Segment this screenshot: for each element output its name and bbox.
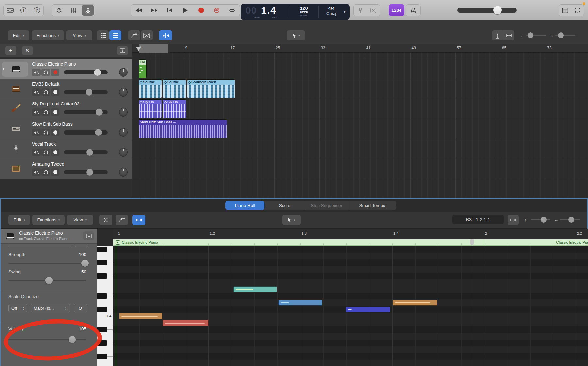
- midi-note[interactable]: [233, 286, 277, 292]
- track-row[interactable]: EVB3 Default: [0, 79, 132, 99]
- master-solo-button[interactable]: S: [22, 46, 33, 55]
- track-volume-knob[interactable]: [94, 69, 101, 76]
- h-zoom-knob[interactable]: [558, 32, 564, 38]
- track-volume-knob[interactable]: [95, 129, 102, 136]
- pr-v-zoom-knob[interactable]: [541, 217, 547, 223]
- piano-roll-ruler[interactable]: 11.21.31.422.2: [113, 229, 588, 239]
- black-key[interactable]: [97, 293, 107, 299]
- smart-controls-button[interactable]: [53, 5, 65, 16]
- inspector-local-button[interactable]: [83, 231, 94, 240]
- pr-h-zoom-slider[interactable]: [560, 219, 580, 220]
- vertical-auto-zoom-button[interactable]: [492, 30, 503, 40]
- no-input-button[interactable]: [367, 5, 380, 16]
- pr-v-zoom-slider[interactable]: [531, 219, 550, 220]
- note-pad-button[interactable]: [559, 5, 571, 16]
- midi-note[interactable]: [119, 313, 162, 319]
- timeline-playhead[interactable]: [139, 53, 139, 199]
- count-in-button[interactable]: 1234: [389, 4, 404, 16]
- track-volume-knob[interactable]: [86, 89, 92, 96]
- list-view-button[interactable]: [109, 30, 121, 40]
- mixer-button[interactable]: [67, 5, 80, 16]
- mute-button[interactable]: [32, 129, 41, 136]
- region[interactable]: ◇Southe: [139, 79, 162, 98]
- midi-note[interactable]: [163, 320, 209, 326]
- horizontal-auto-zoom-button[interactable]: [503, 30, 514, 40]
- media-browser-button[interactable]: [4, 5, 16, 16]
- velocity-slider[interactable]: [8, 339, 86, 340]
- pan-knob[interactable]: [119, 108, 128, 117]
- info-button[interactable]: i: [17, 5, 30, 16]
- black-key[interactable]: [97, 273, 107, 279]
- playhead-handle[interactable]: [136, 47, 141, 52]
- pan-knob[interactable]: [119, 148, 128, 157]
- pan-knob[interactable]: [119, 168, 128, 177]
- track-volume-slider[interactable]: [64, 90, 108, 94]
- collapse-mode-button[interactable]: [99, 215, 112, 225]
- tracks-functions-menu[interactable]: Functions▾: [32, 30, 64, 40]
- track-header-option-button[interactable]: [117, 46, 128, 55]
- mute-button[interactable]: [32, 149, 41, 156]
- velocity-knob[interactable]: [69, 336, 76, 343]
- tracks-h-zoom-slider[interactable]: [555, 35, 575, 36]
- master-volume-slider[interactable]: [457, 8, 517, 13]
- record-enable-button[interactable]: [51, 108, 59, 116]
- mute-button[interactable]: [32, 69, 41, 76]
- strength-slider[interactable]: [8, 263, 86, 264]
- track-volume-knob[interactable]: [96, 109, 103, 116]
- midi-note[interactable]: [346, 307, 390, 312]
- track-row[interactable]: ›Classic Electric Piano: [0, 59, 132, 79]
- pr-functions-menu[interactable]: Functions▾: [32, 215, 65, 225]
- region-play-icon[interactable]: ▶: [116, 240, 120, 245]
- track-row[interactable]: Sly Dog Lead Guitar 02: [0, 99, 132, 119]
- go-to-beginning-button[interactable]: [164, 5, 176, 16]
- solo-button[interactable]: [41, 88, 50, 96]
- track-row[interactable]: Slow Drift Sub Bass: [0, 119, 132, 139]
- black-key[interactable]: [97, 354, 107, 359]
- editor-tab-smart-tempo[interactable]: Smart Tempo: [348, 201, 396, 210]
- add-track-button[interactable]: +: [5, 46, 16, 55]
- scale-name-dropdown[interactable]: Major (lo...▲▼: [31, 304, 70, 312]
- tuner-button[interactable]: [354, 5, 367, 16]
- fast-forward-button[interactable]: [148, 5, 160, 16]
- v-zoom-knob[interactable]: [528, 32, 533, 38]
- tracks-edit-menu[interactable]: Edit▾: [8, 30, 29, 40]
- swing-knob[interactable]: [45, 277, 53, 284]
- track-volume-knob[interactable]: [86, 149, 93, 156]
- track-row[interactable]: Vocal Track: [0, 139, 132, 159]
- lcd-chevron-icon[interactable]: ▾: [344, 4, 350, 20]
- swing-slider[interactable]: [8, 280, 86, 281]
- track-volume-slider[interactable]: [64, 150, 108, 154]
- region[interactable]: Slow Drift Sub Bass ∞: [139, 119, 227, 138]
- tracks-v-zoom-slider[interactable]: [526, 35, 546, 36]
- region[interactable]: ◇Sly Do: [163, 99, 186, 118]
- black-key[interactable]: [97, 327, 107, 332]
- pan-knob[interactable]: [119, 68, 128, 77]
- pr-h-auto-zoom-button[interactable]: [508, 215, 519, 225]
- editors-button[interactable]: [82, 5, 94, 16]
- lcd-display[interactable]: 00 1.4 BAR BEAT 120 KEEP TEMPO 4/4 Cmaj …: [241, 4, 350, 20]
- midi-note[interactable]: [393, 300, 437, 306]
- flex-crossfade-button[interactable]: [141, 30, 153, 40]
- catch-playhead-button[interactable]: [159, 30, 172, 40]
- solo-button[interactable]: [41, 69, 50, 76]
- play-button[interactable]: [179, 5, 191, 16]
- tracks-view-menu[interactable]: View▾: [66, 30, 92, 40]
- region-header-strip[interactable]: ▶ Classic Electric Piano Classic Electri…: [113, 239, 588, 246]
- master-volume-knob[interactable]: [493, 6, 502, 14]
- black-key[interactable]: [97, 307, 107, 312]
- black-key[interactable]: [97, 247, 107, 252]
- track-volume-knob[interactable]: [86, 169, 93, 176]
- solo-button[interactable]: [41, 168, 50, 176]
- record-enable-button[interactable]: [51, 69, 59, 76]
- solo-button[interactable]: [41, 108, 50, 116]
- black-key[interactable]: [97, 260, 107, 265]
- midi-note[interactable]: [278, 300, 322, 306]
- editor-tab-piano-roll[interactable]: Piano Roll: [225, 201, 265, 210]
- pr-catch-playhead-button[interactable]: [132, 215, 145, 225]
- pr-edit-menu[interactable]: Edit▾: [8, 215, 30, 225]
- record-enable-button[interactable]: [51, 168, 59, 176]
- track-volume-slider[interactable]: [64, 130, 108, 135]
- automation-button[interactable]: [128, 30, 140, 40]
- track-volume-slider[interactable]: [64, 110, 108, 114]
- capture-recording-button[interactable]: [210, 5, 223, 16]
